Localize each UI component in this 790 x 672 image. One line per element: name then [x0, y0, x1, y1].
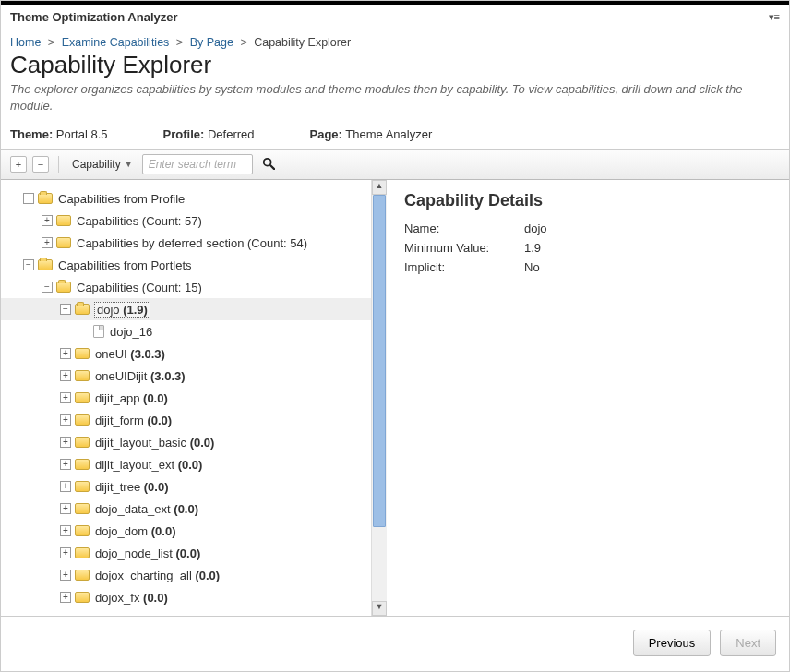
tree-node[interactable]: +dijit_layout_ext (0.0)	[1, 453, 371, 475]
search-input[interactable]	[142, 154, 253, 174]
tree-label: dojox_charting_all (0.0)	[95, 569, 220, 582]
plus-icon[interactable]: +	[60, 570, 71, 581]
tree-node-leaf[interactable]: dojo_16	[1, 320, 371, 342]
tree-label: dojox_fx (0.0)	[95, 591, 168, 605]
tree-node[interactable]: − Capabilities (Count: 15)	[1, 276, 371, 298]
tree-label: oneUIDijit (3.0.3)	[95, 369, 186, 383]
crumb-bypage[interactable]: By Page	[190, 36, 233, 49]
tree-node-portlets-root[interactable]: − Capabilities from Portlets	[1, 254, 371, 276]
crumb-sep: >	[176, 36, 183, 49]
plus-icon[interactable]: +	[60, 592, 71, 603]
tree-label: Capabilities (Count: 57)	[77, 214, 202, 228]
meta-profile: Profile: Deferred	[163, 127, 255, 141]
tree-node[interactable]: + Capabilities by deferred section (Coun…	[1, 232, 371, 254]
plus-icon[interactable]: +	[42, 237, 53, 248]
folder-icon	[75, 370, 90, 381]
plus-icon[interactable]: +	[60, 414, 71, 426]
tree-pane: − Capabilities from Profile + Capabiliti…	[1, 180, 387, 616]
tree-label: Capabilities by deferred section (Count:…	[77, 236, 307, 250]
folder-open-icon	[38, 193, 53, 204]
folder-icon	[75, 481, 90, 492]
tree-node[interactable]: +oneUIDijit (3.0.3)	[1, 365, 371, 387]
folder-icon	[75, 525, 90, 536]
content-split: − Capabilities from Profile + Capabiliti…	[1, 180, 789, 617]
crumb-home[interactable]: Home	[10, 36, 41, 49]
detail-min: Minimum Value: 1.9	[404, 241, 772, 255]
meta-theme: Theme: Portal 8.5	[10, 127, 108, 141]
tree-node[interactable]: +dijit_tree (0.0)	[1, 475, 371, 498]
folder-icon	[75, 414, 90, 426]
collapse-all-button[interactable]: −	[32, 156, 49, 173]
tree-label: dojo_data_ext (0.0)	[95, 502, 198, 516]
toolbar-sep	[58, 156, 59, 173]
previous-button[interactable]: Previous	[633, 630, 712, 656]
plus-icon[interactable]: +	[60, 459, 71, 470]
tree-label: dojo_node_list (0.0)	[95, 546, 200, 560]
tree-node[interactable]: +dojox_charting_all (0.0)	[1, 564, 371, 586]
meta-page-label: Page:	[310, 127, 342, 141]
capability-dropdown[interactable]: Capability ▼	[68, 156, 137, 173]
plus-icon[interactable]: +	[60, 348, 71, 359]
crumb-sep: >	[48, 36, 54, 49]
expand-all-button[interactable]: +	[10, 156, 27, 173]
plus-icon[interactable]: +	[60, 503, 71, 514]
tree-node[interactable]: +dojo_dom (0.0)	[1, 520, 371, 542]
meta-profile-value: Deferred	[208, 127, 255, 141]
tree-node[interactable]: +dojo_data_ext (0.0)	[1, 498, 371, 520]
plus-icon[interactable]: +	[60, 392, 71, 403]
plus-icon[interactable]: +	[60, 547, 71, 558]
tree-label: dijit_form (0.0)	[95, 414, 172, 427]
folder-open-icon	[56, 282, 71, 293]
scroll-down-icon[interactable]: ▼	[372, 601, 387, 616]
window-menu-icon[interactable]: ▾≡	[769, 11, 780, 23]
tree-node[interactable]: +dijit_app (0.0)	[1, 387, 371, 409]
spacer	[78, 326, 90, 337]
minus-icon[interactable]: −	[23, 193, 34, 204]
tree-node-profile-root[interactable]: − Capabilities from Profile	[1, 187, 371, 210]
tree-node-dojo[interactable]: − dojo (1.9)	[1, 298, 371, 320]
detail-val: No	[524, 260, 540, 274]
folder-icon	[75, 592, 90, 603]
folder-icon	[75, 547, 90, 558]
tree: − Capabilities from Profile + Capabiliti…	[1, 180, 371, 616]
folder-icon	[75, 392, 90, 403]
tree-node[interactable]: +dojo_node_list (0.0)	[1, 542, 371, 564]
crumb-examine[interactable]: Examine Capabilities	[62, 36, 170, 49]
detail-key: Minimum Value:	[404, 241, 524, 255]
next-button[interactable]: Next	[720, 630, 776, 656]
tree-node[interactable]: +dojox_fx (0.0)	[1, 586, 371, 608]
tree-node[interactable]: +oneUI (3.0.3)	[1, 342, 371, 365]
details-pane: Capability Details Name: dojo Minimum Va…	[387, 180, 789, 616]
scroll-thumb[interactable]	[373, 195, 386, 527]
tree-node[interactable]: + Capabilities (Count: 57)	[1, 210, 371, 232]
meta-theme-label: Theme:	[10, 127, 53, 141]
minus-icon[interactable]: −	[60, 304, 71, 315]
tree-scrollbar[interactable]: ▲ ▼	[371, 180, 387, 616]
meta-page: Page: Theme Analyzer	[310, 127, 433, 141]
title-bar: Theme Optimization Analyzer ▾≡	[1, 5, 789, 30]
plus-icon[interactable]: +	[60, 437, 71, 448]
minus-icon[interactable]: −	[23, 259, 34, 270]
tree-label: dijit_tree (0.0)	[95, 480, 169, 494]
tree-label: dojo (1.9)	[95, 303, 150, 317]
tree-label: Capabilities from Profile	[58, 192, 185, 206]
plus-icon[interactable]: +	[60, 481, 71, 492]
search-icon[interactable]	[258, 157, 279, 173]
tree-node[interactable]: +dijit_form (0.0)	[1, 409, 371, 431]
scroll-up-icon[interactable]: ▲	[372, 180, 387, 195]
meta-page-value: Theme Analyzer	[345, 127, 432, 141]
tree-node[interactable]: +dijit_layout_basic (0.0)	[1, 431, 371, 453]
detail-implicit: Implicit: No	[404, 260, 772, 274]
window-title: Theme Optimization Analyzer	[10, 10, 178, 24]
folder-icon	[75, 437, 90, 448]
tree-label: dojo_16	[110, 325, 152, 339]
detail-key: Name:	[404, 222, 524, 235]
scroll-track[interactable]	[372, 195, 387, 601]
crumb-current: Capability Explorer	[254, 36, 351, 49]
tree-label: dojo_dom (0.0)	[95, 524, 175, 538]
detail-key: Implicit:	[404, 260, 524, 274]
plus-icon[interactable]: +	[42, 215, 53, 226]
plus-icon[interactable]: +	[60, 370, 71, 381]
plus-icon[interactable]: +	[60, 525, 71, 536]
minus-icon[interactable]: −	[42, 282, 53, 293]
